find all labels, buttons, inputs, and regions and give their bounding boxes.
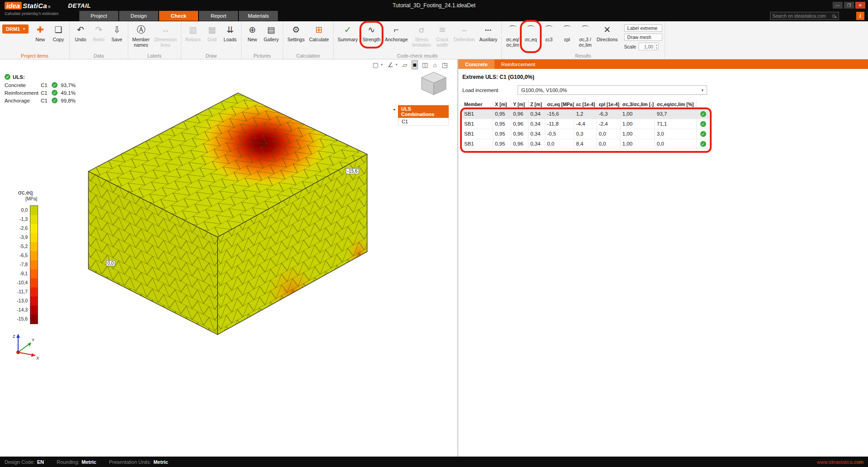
tab-reinforcement[interactable]: Reinforcement [495, 59, 542, 69]
uls-item-combination: C1 [41, 90, 52, 96]
legend-value: -3,9 [13, 233, 30, 242]
results-panel: Concrete Reinforcement Extreme ULS: C1 (… [457, 59, 868, 457]
button-label: Member names [132, 37, 150, 48]
calculate-button[interactable]: ⊞Calculate [307, 23, 331, 42]
angle-caret-icon[interactable]: ▾ [395, 61, 398, 69]
chevron-down-icon: ▾ [701, 88, 703, 92]
directions-button[interactable]: ✕Directions [595, 23, 620, 42]
copy-project-item-button[interactable]: ❏Copy [50, 23, 67, 42]
surface-view-icon[interactable]: ■ [412, 60, 418, 69]
table-cell: 1,00 [621, 109, 655, 119]
member-names-button[interactable]: ⒶMember names [131, 23, 152, 48]
results-table: MemberX [m]Y [m]Z [m]σc,eq [MPa]εc [1e-4… [462, 100, 709, 149]
legend-value: -14,3 [13, 305, 30, 314]
angle-view-icon[interactable]: ∠ [387, 61, 394, 69]
uls-item-value: 99,8% [61, 98, 76, 103]
home-view-icon[interactable]: ⌂ [432, 61, 437, 69]
draw-mesh-toggle[interactable]: Draw mesh [624, 34, 662, 41]
table-row[interactable]: SB10,950,960,34-15,61,2-6,31,0093,7 [462, 109, 709, 119]
table-cell: -6,3 [597, 109, 621, 119]
minimize-button[interactable]: — [833, 2, 843, 9]
maximize-button[interactable]: ❐ [844, 2, 854, 9]
transparent-view-icon[interactable]: ▱ [402, 61, 408, 69]
table-cell: 1,00 [621, 139, 655, 149]
ribbon-group-caption: Labels [128, 53, 181, 58]
scale-control: Scale1,00▴▾ [624, 43, 662, 50]
logo-statica: StatiCa [23, 2, 47, 10]
sc-eq-button[interactable]: ⌒σc,eq [522, 23, 539, 42]
tab-concrete[interactable]: Concrete [458, 59, 495, 69]
app-name: DETAIL [68, 2, 91, 9]
table-row[interactable]: SB10,950,960,34-11,8-4,4-2,41,0071,1 [462, 119, 709, 129]
auxiliary-button[interactable]: •••Auxiliary [477, 23, 499, 42]
button-label: Copy [53, 37, 64, 42]
caret-down-icon: ▾ [23, 27, 25, 31]
column-header: Member [462, 100, 493, 109]
loads-button[interactable]: ⇊Loads [222, 23, 239, 42]
table-cell: -2,4 [597, 119, 621, 129]
button-label: Anchorage [385, 37, 408, 42]
table-row[interactable]: SB10,950,960,34-0,50,30,01,003,0 [462, 129, 709, 139]
fit-view-icon[interactable]: ◳ [441, 61, 449, 69]
legend-value: -15,6 [13, 314, 30, 323]
legend-swatch [30, 315, 38, 324]
load-increment-select[interactable]: G100,0%, V100,0% ▾ [518, 85, 707, 95]
gallery-icon: ▤ [267, 24, 275, 36]
ribbon-group-caption: Project items [0, 53, 69, 58]
legend-value: -11,7 [13, 287, 30, 296]
new-picture-button[interactable]: ⊕New [244, 23, 261, 42]
strength-button[interactable]: ∿Strength [361, 23, 383, 42]
table-row[interactable]: SB10,950,960,340,08,40,01,000,0 [462, 139, 709, 149]
new-project-item-button[interactable]: ✚New [32, 23, 49, 42]
redo-icon: ↷ [95, 24, 102, 36]
settings-button[interactable]: ⚙Settings [286, 23, 306, 42]
search-icon [832, 15, 835, 18]
uls-combinations-header: ULS Combinations [398, 105, 449, 118]
sc-eq-sc-lim-button[interactable]: ⌒σc,eq/ σc,lim [504, 23, 521, 48]
mesh-3d-view[interactable] [0, 59, 457, 457]
collapse-arrow-icon[interactable]: ◂ [393, 107, 395, 112]
spin-up-icon[interactable]: ▴ [655, 44, 658, 47]
legend-swatch [30, 224, 38, 233]
uls-item-value: 49,1% [61, 90, 76, 96]
design-code-item: Design Code:EN [5, 459, 44, 465]
view-cube[interactable] [418, 70, 450, 97]
deflection-icon: ⌣ [461, 24, 467, 36]
legend-swatch [30, 269, 38, 278]
sc3-sc-lim-button[interactable]: ⌒σc,3 / σc,lim [577, 23, 594, 48]
search-input[interactable] [772, 14, 831, 19]
tab-report[interactable]: Report [199, 11, 238, 21]
close-button[interactable]: ✕ [855, 2, 865, 9]
uls-summary-title: ULS: [13, 74, 25, 80]
table-cell: -4,4 [574, 119, 597, 129]
save-button[interactable]: ⇩Save [108, 23, 126, 42]
tab-project[interactable]: Project [79, 11, 118, 21]
section-view-icon[interactable]: ▢ [372, 61, 379, 69]
summary-button[interactable]: ✓Summary [336, 23, 360, 42]
section-caret-icon[interactable]: ▾ [380, 61, 383, 69]
info-button[interactable]: i [856, 12, 864, 20]
rounding-value: Metric [82, 459, 96, 465]
epl-button[interactable]: ⌒εpl [558, 23, 576, 42]
undo-button[interactable]: ↶Undo [72, 23, 89, 42]
ec3-button[interactable]: ⌒εc3 [540, 23, 558, 42]
tab-check[interactable]: Check [159, 11, 198, 21]
tab-materials[interactable]: Materials [239, 11, 278, 21]
uls-summary-header: ULS: [5, 74, 76, 80]
tab-design[interactable]: Design [119, 11, 158, 21]
anchorage-button[interactable]: ⌐Anchorage [383, 23, 409, 42]
label-extreme-toggle[interactable]: Label extreme [624, 24, 662, 32]
scale-input[interactable]: 1,00▴▾ [639, 43, 659, 50]
website-name: www.ideastatica [817, 459, 853, 465]
drm1-selector[interactable]: DRM1▾ [2, 24, 29, 34]
ribbon-group-draw: ▥Rebars▦Grid⇊LoadsDraw [181, 21, 242, 59]
legend-swatch [30, 260, 38, 269]
crack-width-button: ≋Crack width [434, 23, 451, 48]
combination-item[interactable]: C1 [398, 118, 449, 126]
website-link[interactable]: www.ideastatica.com [817, 459, 863, 465]
table-cell: 0,34 [529, 109, 545, 119]
wireframe-view-icon[interactable]: ◫ [421, 61, 429, 69]
axis-z-label: Z [13, 334, 15, 339]
gallery-button[interactable]: ▤Gallery [262, 23, 281, 42]
spin-down-icon[interactable]: ▾ [655, 47, 658, 50]
